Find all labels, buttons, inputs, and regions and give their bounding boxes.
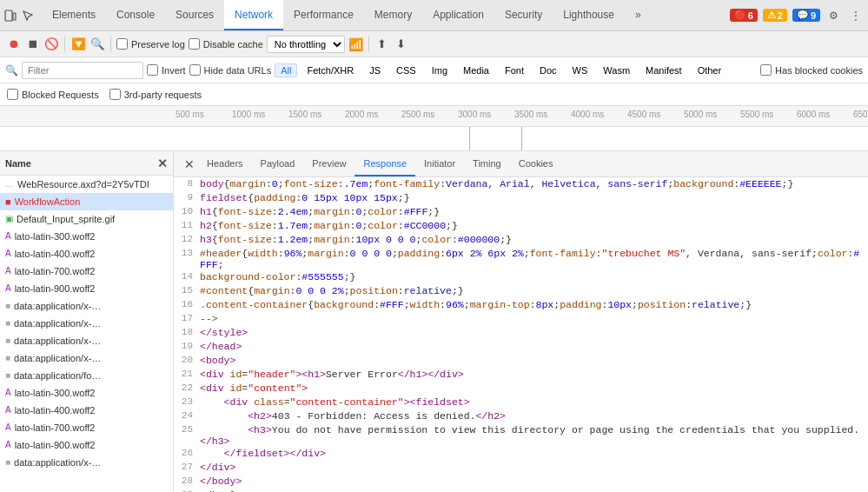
tab-more[interactable]: »: [625, 0, 652, 30]
tab-security[interactable]: Security: [494, 0, 553, 30]
file-icon: A: [5, 405, 11, 415]
toolbar-separator-3: [368, 37, 369, 52]
list-item[interactable]: A lato-latin-900.woff2: [0, 280, 173, 297]
list-item[interactable]: ■ data:application/x-…: [0, 349, 173, 367]
device-mode-icon[interactable]: [3, 9, 17, 23]
import-har-button[interactable]: ⬆: [374, 37, 390, 52]
list-item[interactable]: ■ data:application/x-…: [0, 315, 173, 332]
disable-cache-label[interactable]: Disable cache: [189, 38, 263, 50]
file-name: data:application/x-…: [14, 301, 101, 311]
more-options-button[interactable]: ⋮: [847, 6, 865, 25]
throttle-select[interactable]: No throttling Fast 3G Slow 3G Offline: [267, 36, 345, 53]
tab-console[interactable]: Console: [106, 0, 165, 30]
inspect-icon[interactable]: [21, 9, 35, 23]
close-response-button[interactable]: ✕: [181, 157, 198, 171]
file-name: lato-latin-700.woff2: [15, 266, 96, 276]
invert-label[interactable]: Invert: [147, 64, 186, 76]
list-item[interactable]: ■ data:application/x-…: [0, 297, 173, 315]
export-har-button[interactable]: ⬇: [394, 37, 409, 52]
list-item[interactable]: A lato-latin-300.woff2: [0, 384, 173, 402]
third-party-label[interactable]: 3rd-party requests: [109, 89, 202, 100]
preserve-log-checkbox[interactable]: [116, 38, 128, 50]
third-party-checkbox[interactable]: [109, 89, 121, 100]
list-item[interactable]: A lato-latin-400.woff2: [0, 245, 173, 263]
filter-input[interactable]: [22, 62, 143, 79]
record-button[interactable]: ⏺: [5, 37, 21, 52]
blocked-requests-bar: Blocked Requests 3rd-party requests: [0, 83, 868, 106]
code-line: 25 <h3>You do not have permission to vie…: [174, 423, 868, 447]
filter-manifest-button[interactable]: Manifest: [639, 63, 688, 77]
filter-button[interactable]: 🔽: [70, 37, 86, 52]
filter-css-button[interactable]: CSS: [390, 63, 422, 77]
tab-headers[interactable]: Headers: [198, 151, 252, 176]
tab-memory[interactable]: Memory: [364, 0, 422, 30]
tab-network[interactable]: Network: [224, 0, 283, 30]
tab-lighthouse[interactable]: Lighthouse: [553, 0, 625, 30]
tab-preview[interactable]: Preview: [303, 151, 354, 176]
file-icon: ■: [5, 301, 10, 310]
filter-bar: 🔍 Invert Hide data URLs All Fetch/XHR JS…: [0, 57, 868, 83]
timeline-line-1: [469, 127, 470, 151]
filter-doc-button[interactable]: Doc: [533, 63, 563, 77]
code-line: 26 </fieldset></div>: [174, 447, 868, 461]
list-item[interactable]: A lato-latin-300.woff2: [0, 228, 173, 245]
tab-payload[interactable]: Payload: [252, 151, 304, 176]
hide-data-urls-label[interactable]: Hide data URLs: [189, 64, 272, 76]
code-line: 19 </head>: [174, 340, 868, 354]
list-item[interactable]: ■ data:application/x-…: [0, 332, 173, 349]
tick-2000: 2000 ms: [343, 110, 400, 119]
tab-initiator[interactable]: Initiator: [415, 151, 464, 176]
clear-button[interactable]: 🚫: [43, 37, 59, 52]
filter-wasm-button[interactable]: Wasm: [597, 63, 636, 77]
blocked-requests-label[interactable]: Blocked Requests: [7, 89, 99, 100]
close-panel-button[interactable]: ✕: [157, 156, 168, 170]
list-item[interactable]: A lato-latin-400.woff2: [0, 402, 173, 419]
file-name: data:application/x-…: [14, 457, 101, 468]
tab-bar-right: 🔴 6 ⚠ 2 💬 9 ⚙ ⋮: [730, 6, 865, 25]
settings-button[interactable]: ⚙: [825, 6, 842, 25]
list-item[interactable]: A lato-latin-900.woff2: [0, 436, 173, 454]
filter-img-button[interactable]: Img: [426, 63, 454, 77]
filter-fetch-xhr-button[interactable]: Fetch/XHR: [301, 63, 360, 77]
filter-ws-button[interactable]: WS: [567, 63, 594, 77]
list-item[interactable]: ▣ Default_Input_sprite.gif: [0, 210, 173, 228]
filter-other-button[interactable]: Other: [692, 63, 728, 77]
tab-sources[interactable]: Sources: [165, 0, 224, 30]
blocked-requests-checkbox[interactable]: [7, 89, 18, 100]
filter-icon: 🔍: [5, 64, 18, 76]
tab-performance[interactable]: Performance: [283, 0, 364, 30]
tab-response[interactable]: Response: [354, 151, 415, 176]
invert-checkbox[interactable]: [147, 64, 158, 76]
code-view[interactable]: 8 body{margin:0;font-size:.7em;font-fami…: [174, 177, 868, 492]
filter-font-button[interactable]: Font: [499, 63, 530, 77]
list-item[interactable]: ■ data:application/x-…: [0, 454, 173, 471]
stop-button[interactable]: ⏹: [24, 37, 40, 52]
tab-application[interactable]: Application: [422, 0, 494, 30]
timeline: 500 ms 1000 ms 1500 ms 2000 ms 2500 ms 3…: [0, 106, 868, 151]
file-icon: A: [5, 440, 11, 449]
filter-all-button[interactable]: All: [275, 63, 297, 77]
has-blocked-cookies[interactable]: Has blocked cookies: [760, 64, 863, 76]
list-item[interactable]: ■ data:application/fo…: [0, 367, 173, 384]
list-item[interactable]: … WebResource.axd?d=2Y5vTDI: [0, 176, 173, 193]
file-icon: ▣: [5, 214, 13, 223]
search-button[interactable]: 🔍: [89, 37, 105, 52]
tab-elements[interactable]: Elements: [42, 0, 106, 30]
tick-3000: 3000 ms: [456, 110, 513, 119]
error-badge: 🔴 6: [730, 9, 758, 22]
file-icon: A: [5, 266, 11, 276]
tick-500: 500 ms: [174, 110, 230, 119]
filter-media-button[interactable]: Media: [457, 63, 495, 77]
list-item[interactable]: A lato-latin-700.woff2: [0, 263, 173, 280]
filter-js-button[interactable]: JS: [363, 63, 387, 77]
hide-data-urls-checkbox[interactable]: [189, 64, 201, 76]
list-item[interactable]: A lato-latin-700.woff2: [0, 419, 173, 436]
tab-cookies[interactable]: Cookies: [510, 151, 562, 176]
disable-cache-checkbox[interactable]: [189, 38, 200, 50]
list-item[interactable]: ■ WorkflowAction: [0, 193, 173, 210]
tab-timing[interactable]: Timing: [464, 151, 510, 176]
response-tabs: ✕ Headers Payload Preview Response Initi…: [174, 151, 868, 177]
file-name: WorkflowAction: [15, 196, 81, 207]
has-blocked-cookies-checkbox[interactable]: [760, 64, 772, 76]
preserve-log-label[interactable]: Preserve log: [116, 38, 185, 50]
